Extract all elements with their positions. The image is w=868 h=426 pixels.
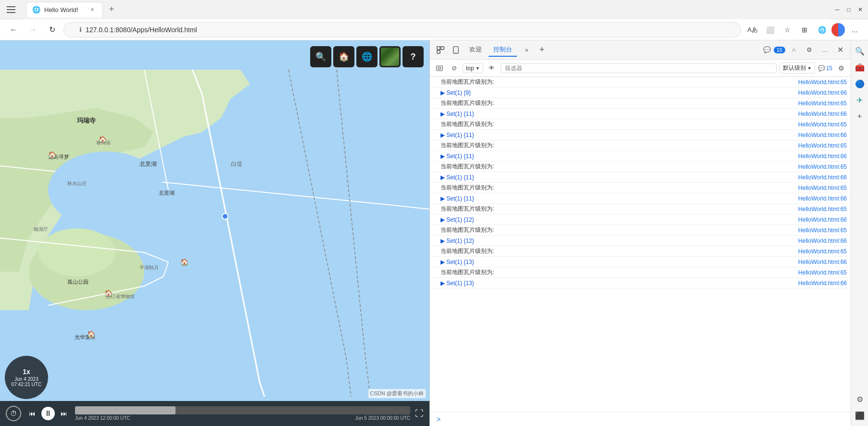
devtools-expand-arrow[interactable]: > [434,414,443,424]
minimize-button[interactable]: ─ [833,6,841,13]
map-home-button[interactable]: 🏠 [333,46,354,67]
console-context-selector[interactable]: top ▼ [463,63,483,73]
console-source-link[interactable]: HelloWorld.html:65 [798,79,847,86]
console-source-link[interactable]: HelloWorld.html:65 [798,100,847,107]
console-source-link[interactable]: HelloWorld.html:65 [798,121,847,128]
svg-rect-30 [437,66,442,71]
console-set-row[interactable]: ▶ Set(1) {11}HelloWorld.html:66 [430,151,851,162]
back-button[interactable]: ← [6,22,21,38]
console-source-link[interactable]: HelloWorld.html:66 [798,111,847,117]
tab-welcome[interactable]: 欢迎 [465,43,487,57]
address-info-icon: ℹ [79,26,82,33]
devtools-add-tab-button[interactable]: + [535,43,549,57]
console-clear-button[interactable]: ⊘ [448,63,460,74]
console-set-row[interactable]: ▶ Set(1) {12}HelloWorld.html:66 [430,236,851,246]
console-source-link[interactable]: HelloWorld.html:65 [798,163,847,170]
forward-button[interactable]: → [25,22,40,38]
sidebar-search-button[interactable]: 🔍 [853,44,867,58]
maximize-button[interactable]: □ [845,6,853,13]
console-filter-input[interactable] [501,63,777,73]
favorites-button[interactable]: ☆ [780,22,795,38]
console-set-row[interactable]: ▶ Set(1) {13}HelloWorld.html:66 [430,278,851,288]
settings-menu-button[interactable]: … [847,22,862,38]
console-source-link[interactable]: HelloWorld.html:66 [798,259,847,265]
right-sidebar: 🔍 🧰 🔵 ✈ + ⚙ ⬛ [851,40,868,426]
timeline-track-wrapper: Jun 4 2023 12:00:00 UTC Jun 5 2023 00:00… [75,406,410,421]
address-bar[interactable]: ℹ 127.0.0.1:8080/Apps/HelloWorld.html [63,22,741,38]
console-source-link[interactable]: HelloWorld.html:66 [798,174,847,181]
console-source-link[interactable]: HelloWorld.html:65 [798,142,847,149]
extensions-button[interactable]: 🌐 [814,22,830,38]
console-source-link[interactable]: HelloWorld.html:66 [798,216,847,223]
devtools-console-output[interactable]: 当前地图瓦片级别为:HelloWorld.html:65▶ Set(1) {9}… [430,77,851,412]
active-tab[interactable]: 🌐 Hello World! × [26,2,103,17]
read-aloud-button[interactable]: Aあ [745,22,760,38]
console-source-link[interactable]: HelloWorld.html:66 [798,132,847,138]
watermark: CSDN @爱看书的小林 [368,389,426,398]
devtools-device-button[interactable] [449,43,463,57]
console-source-link[interactable]: HelloWorld.html:65 [798,185,847,191]
console-set-row[interactable]: ▶ Set(1) {11}HelloWorld.html:66 [430,172,851,183]
timeline-track[interactable] [75,406,410,414]
timeline-pause-button[interactable]: ⏸ [41,407,55,420]
sidebar-toolkit-button[interactable]: 🧰 [853,61,867,74]
sidebar-add-button[interactable]: + [853,110,867,123]
console-set-row[interactable]: ▶ Set(1) {12}HelloWorld.html:66 [430,214,851,225]
devtools-more-button[interactable]: … [818,43,831,57]
timeline-play-button[interactable]: ⏭ [58,407,70,420]
console-text-row: 当前地图瓦片级别为:HelloWorld.html:65 [430,140,851,151]
sidebar-snippet-button[interactable]: ⬛ [853,409,867,422]
console-settings-button[interactable]: ⚙ [835,63,847,74]
console-source-link[interactable]: HelloWorld.html:65 [798,227,847,234]
console-set-row[interactable]: ▶ Set(1) {11}HelloWorld.html:66 [430,109,851,119]
reading-view-button[interactable]: ⬜ [762,22,778,38]
sidebar-copilot-button[interactable]: 🔵 [853,77,867,90]
devtools-inspect-button[interactable] [434,43,447,57]
timeline-clock-icon[interactable]: ⏱ [6,406,21,421]
profile-button[interactable] [831,23,845,37]
svg-rect-26 [441,47,444,50]
new-tab-button[interactable]: + [105,3,118,16]
console-source-link[interactable]: HelloWorld.html:66 [798,89,847,96]
map-help-button[interactable]: ? [403,46,424,67]
devtools-more-tabs-button[interactable]: » [520,43,533,57]
refresh-button[interactable]: ↻ [44,22,60,38]
timeline-progress [75,406,176,414]
map-area[interactable]: 玛瑞寺 春润庙 北街寻梦 秋水山庄 北里湖 北里湖 白堤 镜湖厅 孤山公园 平湖… [0,40,429,426]
console-level-arrow: ▼ [807,66,812,71]
sidebar-send-button[interactable]: ✈ [853,93,867,107]
sidebar-toggle[interactable] [4,2,18,17]
tab-close-button[interactable]: × [88,5,97,14]
timeline-labels: Jun 4 2023 12:00:00 UTC Jun 5 2023 00:00… [75,415,410,421]
console-badge: 15 [826,65,832,72]
devtools-header: 欢迎 控制台 » + 💬 15 ⑃ ⚙ … ✕ [430,40,851,60]
tab-console[interactable]: 控制台 [489,43,517,57]
devtools-close-button[interactable]: ✕ [833,43,847,57]
timeline-fullscreen-button[interactable]: ⛶ [415,409,424,419]
console-set-row[interactable]: ▶ Set(1) {11}HelloWorld.html:66 [430,193,851,204]
console-source-link[interactable]: HelloWorld.html:66 [798,195,847,202]
sidebar-settings-button[interactable]: ⚙ [853,392,867,406]
console-source-link[interactable]: HelloWorld.html:65 [798,269,847,276]
map-globe-button[interactable]: 🌐 [356,46,377,67]
console-eye-button[interactable]: 👁 [486,63,498,74]
console-set-row[interactable]: ▶ Set(1) {13}HelloWorld.html:66 [430,257,851,267]
devtools-network-sources-button[interactable]: ⑃ [787,43,801,57]
console-source-link[interactable]: HelloWorld.html:66 [798,153,847,160]
console-source-link[interactable]: HelloWorld.html:66 [798,280,847,287]
console-set-row[interactable]: ▶ Set(1) {11}HelloWorld.html:66 [430,130,851,140]
collections-button[interactable]: ⊞ [797,22,812,38]
console-level-selector[interactable]: 默认级别 ▼ [780,63,815,74]
map-satellite-button[interactable] [379,46,401,67]
console-message: ▶ Set(1) {11} [440,132,798,138]
console-set-row[interactable]: ▶ Set(1) {9}HelloWorld.html:66 [430,88,851,98]
console-screenshot-button[interactable] [434,63,445,74]
devtools-settings-button[interactable]: ⚙ [803,43,816,57]
console-source-link[interactable]: HelloWorld.html:65 [798,248,847,255]
close-window-button[interactable]: ✕ [856,6,864,13]
console-source-link[interactable]: HelloWorld.html:65 [798,206,847,213]
map-search-button[interactable]: 🔍 [310,46,331,67]
timeline-prev-button[interactable]: ⏮ [26,407,38,420]
console-source-link[interactable]: HelloWorld.html:66 [798,238,847,244]
console-message: ▶ Set(1) {9} [440,89,798,96]
